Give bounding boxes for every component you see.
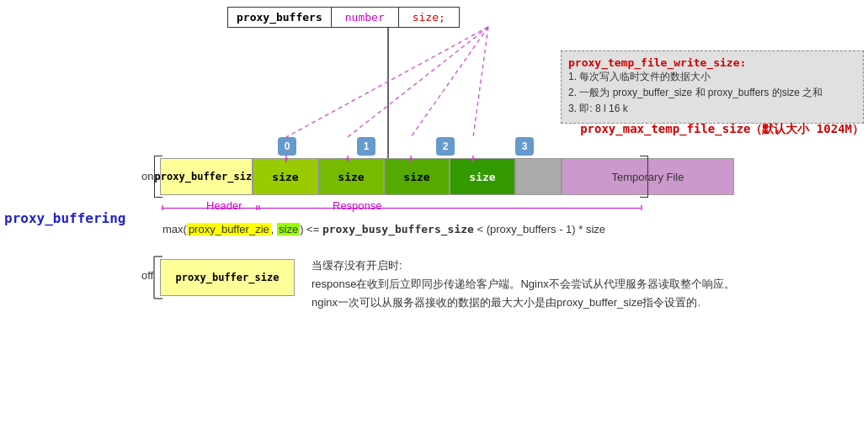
proxy-buffers-number: number (332, 8, 399, 27)
info-box: proxy_temp_file_write_size: 1. 每次写入临时文件的… (561, 50, 864, 124)
info-line-2: 2. 一般为 proxy_buffer_size 和 proxy_buffers… (568, 85, 856, 101)
buffer-row-off: proxy_buffer_size (160, 259, 295, 296)
formula-text2: ) <= (300, 223, 322, 235)
formula-comma: , (271, 223, 277, 235)
proxy-buffering-label: proxy_buffering (4, 210, 126, 226)
bubble-2: 2 (436, 137, 455, 156)
formula-busy-buffers: proxy_busy_buffers_size (322, 223, 474, 235)
formula-line: max(proxy_buffer_zie, size) <= proxy_bus… (162, 223, 605, 235)
svg-line-1 (286, 27, 488, 137)
size-box-2: size (384, 158, 450, 195)
proxy-buffer-size-box: proxy_buffer_size (160, 158, 253, 195)
info-line-1: 1. 每次写入临时文件的数据大小 (568, 69, 856, 85)
svg-line-3 (411, 27, 488, 137)
off-desc-line2: response在收到后立即同步传递给客户端。Nginx不会尝试从代理服务器读取… (312, 275, 735, 294)
response-label: Response (333, 199, 382, 212)
off-desc-line1: 当缓存没有开启时: (312, 257, 735, 275)
bubble-3: 3 (515, 137, 534, 156)
formula-highlight-proxy-buffer-zie: proxy_buffer_zie (187, 223, 271, 235)
off-label: off (141, 269, 153, 282)
info-text: 1. 每次写入临时文件的数据大小 2. 一般为 proxy_buffer_siz… (568, 69, 856, 118)
response-line (259, 208, 641, 209)
bubbles-row: 0 1 2 3 (278, 137, 534, 156)
on-label: on (141, 170, 153, 182)
proxy-max-temp-file-size-label: proxy_max_temp_file_size（默认大小 1024M） (580, 122, 864, 137)
size-box-1: size (318, 158, 384, 195)
bracket-right (640, 156, 648, 198)
bubble-1: 1 (357, 137, 375, 156)
formula-text3: < (proxy_buffers - 1) * size (474, 223, 605, 235)
header-line (162, 208, 259, 209)
off-desc-line3: nginx一次可以从服务器接收的数据的最大大小是由proxy_buffer_si… (312, 294, 735, 312)
info-title: proxy_temp_file_write_size: (568, 56, 856, 69)
svg-line-4 (473, 27, 488, 137)
proxy-buffers-box: proxy_buffers number size; (227, 7, 460, 28)
size-box-0: size (253, 158, 318, 195)
formula-highlight-size: size (277, 223, 300, 235)
svg-line-2 (348, 27, 488, 137)
proxy-buffers-size: size; (399, 8, 459, 27)
proxy-buffer-size-off-box: proxy_buffer_size (160, 259, 295, 296)
bracket-left (154, 156, 162, 198)
gray-box (515, 158, 562, 195)
off-description: 当缓存没有开启时: response在收到后立即同步传递给客户端。Nginx不会… (312, 257, 735, 312)
diagram-container: proxy_buffers number size; proxy_temp_fi… (0, 0, 868, 439)
formula-text1: max( (162, 223, 187, 235)
bubble-0: 0 (278, 137, 296, 156)
size-box-3: size (450, 158, 515, 195)
info-line-3: 3. 即: 8 l 16 k (568, 101, 856, 117)
header-label: Header (206, 199, 242, 212)
proxy-buffers-label: proxy_buffers (228, 8, 332, 27)
